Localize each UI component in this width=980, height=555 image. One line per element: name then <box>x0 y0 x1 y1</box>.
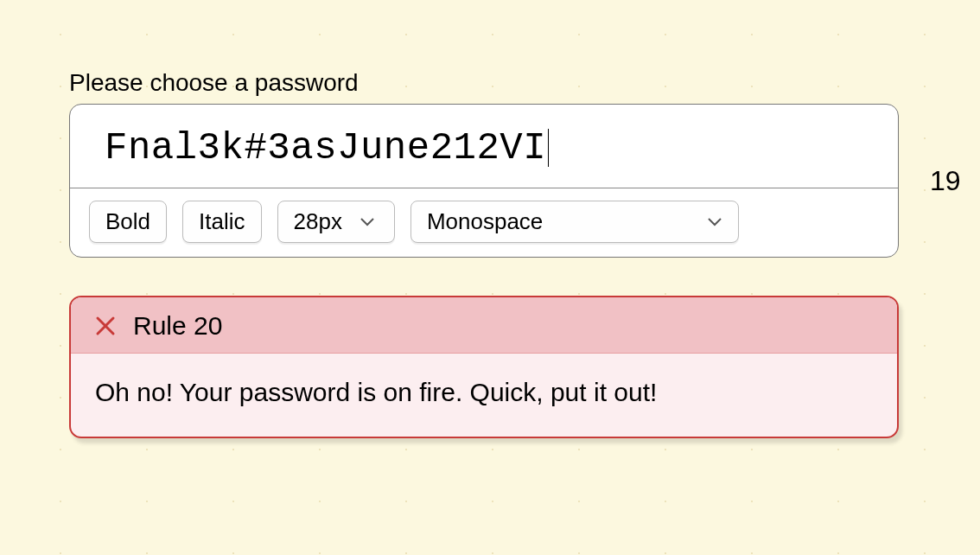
password-box: Fnal3k#3asJune212VI Bold Italic 28px Mon… <box>69 104 899 258</box>
bold-button[interactable]: Bold <box>89 201 167 243</box>
font-family-value: Monospace <box>427 208 543 235</box>
font-size-value: 28px <box>294 208 342 235</box>
x-icon <box>95 316 116 336</box>
font-family-select[interactable]: Monospace <box>410 201 739 243</box>
chevron-down-icon <box>707 217 722 227</box>
formatting-toolbar: Bold Italic 28px Monospace <box>70 188 898 257</box>
chevron-down-icon <box>360 217 375 227</box>
password-value: Fnal3k#3asJune212VI <box>105 129 549 167</box>
italic-button[interactable]: Italic <box>182 201 261 243</box>
rule-header: Rule 20 <box>71 297 897 354</box>
password-prompt-label: Please choose a password <box>69 69 980 97</box>
char-count: 19 <box>930 165 961 197</box>
font-size-select[interactable]: 28px <box>277 201 395 243</box>
rule-body: Oh no! Your password is on fire. Quick, … <box>71 354 897 437</box>
rule-card: Rule 20 Oh no! Your password is on fire.… <box>69 296 899 438</box>
password-input[interactable]: Fnal3k#3asJune212VI <box>70 105 898 188</box>
rule-title: Rule 20 <box>133 311 222 341</box>
